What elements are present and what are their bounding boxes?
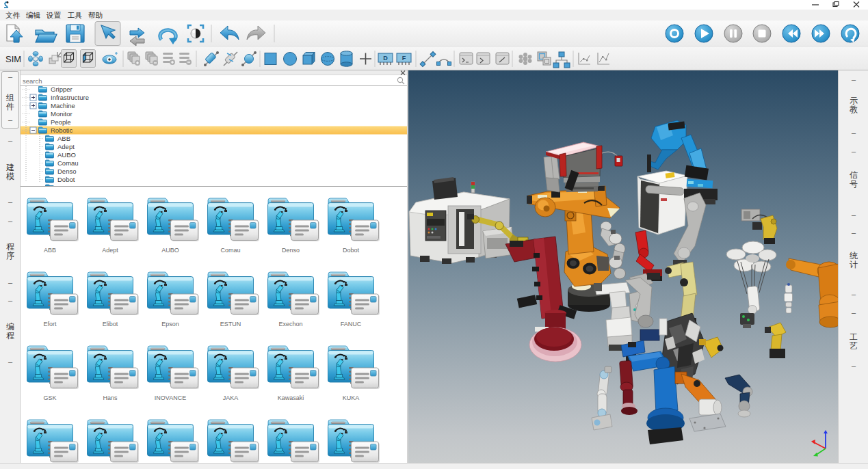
svg-text:F: F	[402, 55, 406, 62]
svg-text:People: People	[51, 118, 71, 126]
svg-text:ESTUN: ESTUN	[220, 321, 241, 327]
svg-text:Exechon: Exechon	[278, 321, 302, 327]
svg-text:Robotic: Robotic	[51, 126, 73, 134]
svg-text:FANUC: FANUC	[341, 321, 362, 327]
svg-text:SIM: SIM	[5, 54, 21, 64]
svg-text:INOVANCE: INOVANCE	[155, 394, 186, 401]
svg-text:GSK: GSK	[43, 394, 56, 401]
svg-text:Comau: Comau	[57, 159, 79, 167]
svg-text:Denso: Denso	[282, 247, 300, 254]
svg-text:Epson: Epson	[161, 321, 179, 327]
svg-text:AUBO: AUBO	[57, 151, 76, 159]
svg-text:KUKA: KUKA	[343, 394, 360, 401]
svg-text:Infrastructure: Infrastructure	[51, 94, 89, 101]
svg-text:Elibot: Elibot	[103, 321, 118, 327]
svg-text:Dobot: Dobot	[343, 247, 360, 254]
svg-text:Adept: Adept	[102, 247, 118, 254]
svg-text:Monitor: Monitor	[51, 110, 73, 118]
svg-text:Denso: Denso	[57, 168, 76, 175]
svg-text:Machine: Machine	[51, 102, 75, 109]
svg-text:Gripper: Gripper	[51, 86, 73, 93]
svg-text:D: D	[383, 55, 388, 62]
svg-text:AUBO: AUBO	[161, 247, 179, 254]
svg-text:Kawasaki: Kawasaki	[278, 394, 304, 401]
svg-text:ABB: ABB	[57, 135, 70, 142]
svg-text:Dobot: Dobot	[57, 176, 75, 183]
svg-text:Efort: Efort	[43, 321, 57, 327]
svg-text:ABB: ABB	[44, 247, 56, 254]
svg-text:Adept: Adept	[57, 143, 75, 150]
svg-text:Comau: Comau	[220, 247, 240, 254]
svg-text:JAKA: JAKA	[223, 394, 239, 401]
svg-text:Hans: Hans	[103, 394, 118, 401]
